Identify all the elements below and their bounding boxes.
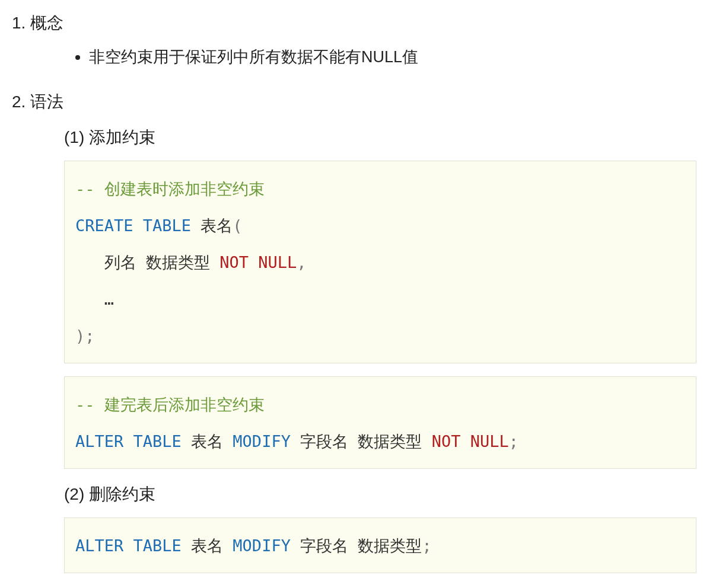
column-definition: 字段名 数据类型 [291,432,432,450]
keyword-table: TABLE [133,536,182,555]
keyword-table: TABLE [143,216,191,235]
section-2-heading: 2. 语法 [12,90,701,114]
comma: , [297,253,306,271]
column-definition: 列名 数据类型 [75,253,219,271]
keyword-modify: MODIFY [233,536,291,555]
section-1-heading: 1. 概念 [12,11,701,36]
subsection-2-1-heading: (1) 添加约束 [64,125,701,150]
code-block-alter-add: -- 建完表后添加非空约束 ALTER TABLE 表名 MODIFY 字段名 … [64,376,696,469]
keyword-modify: MODIFY [233,432,291,450]
keyword-null: NULL [470,432,509,450]
keyword-not: NOT [432,432,461,450]
code-comment: -- 创建表时添加非空约束 [75,180,265,198]
code-block-alter-drop: ALTER TABLE 表名 MODIFY 字段名 数据类型; [64,517,696,573]
keyword-table: TABLE [133,432,182,450]
semicolon: ; [422,536,431,555]
paren-close-semi: ); [75,327,95,345]
code-block-create-table: -- 创建表时添加非空约束 CREATE TABLE 表名( 列名 数据类型 N… [64,161,696,363]
column-definition: 字段名 数据类型 [291,536,422,555]
paren-open: ( [233,216,242,235]
table-name-placeholder: 表名 [191,432,233,450]
keyword-alter: ALTER [75,432,123,450]
section-2-body: (1) 添加约束 -- 创建表时添加非空约束 CREATE TABLE 表名( … [12,125,701,574]
subsection-2-2-heading: (2) 删除约束 [64,482,701,507]
table-name-placeholder: 表名 [191,536,233,555]
ellipsis: … [75,290,114,308]
keyword-alter: ALTER [75,536,123,555]
concept-bullet-item: 非空约束用于保证列中所有数据不能有NULL值 [89,45,701,69]
code-comment: -- 建完表后添加非空约束 [75,395,265,414]
keyword-not: NOT [219,253,249,271]
semicolon: ; [509,432,518,450]
concept-bullet-list: 非空约束用于保证列中所有数据不能有NULL值 [12,45,701,69]
keyword-create: CREATE [75,216,133,235]
document-page: 1. 概念 非空约束用于保证列中所有数据不能有NULL值 2. 语法 (1) 添… [0,0,713,588]
table-name-placeholder: 表名 [200,216,233,235]
keyword-null: NULL [258,253,297,271]
